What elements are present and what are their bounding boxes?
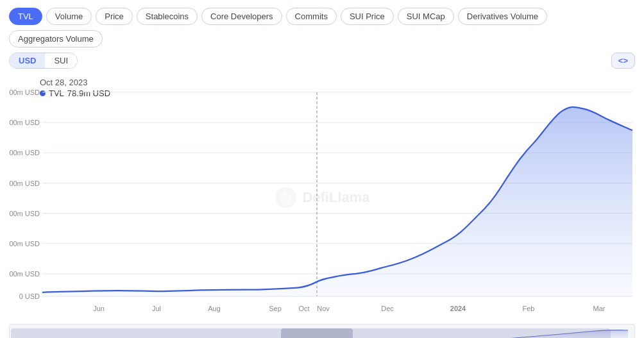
svg-text:0 USD: 0 USD — [19, 292, 40, 300]
svg-text:Aug: Aug — [208, 304, 221, 312]
svg-text:200m USD: 200m USD — [9, 240, 40, 248]
tab-aggregators-volume[interactable]: Aggregators Volume — [9, 30, 103, 47]
svg-text:Sep: Sep — [269, 304, 282, 312]
tab-price[interactable]: Price — [96, 8, 133, 25]
svg-text:400m USD: 400m USD — [9, 179, 40, 187]
tab-commits[interactable]: Commits — [286, 8, 337, 25]
svg-text:Nov: Nov — [317, 304, 330, 312]
currency-usd[interactable]: USD — [10, 53, 45, 68]
svg-text:500m USD: 500m USD — [9, 149, 40, 156]
chart-scrollbar[interactable] — [9, 324, 635, 338]
svg-text:300m USD: 300m USD — [9, 210, 40, 217]
svg-text:Jul: Jul — [152, 304, 161, 312]
tab-derivatives-volume[interactable]: Derivatives Volume — [458, 8, 547, 25]
svg-text:Feb: Feb — [523, 304, 535, 312]
tab-sui-price[interactable]: SUI Price — [341, 8, 394, 25]
svg-text:600m USD: 600m USD — [9, 119, 40, 126]
currency-sui[interactable]: SUI — [45, 53, 77, 68]
main-container: TVL Volume Price Stablecoins Core Develo… — [0, 0, 644, 338]
svg-text:Dec: Dec — [381, 304, 394, 312]
tab-row-2: Aggregators Volume — [9, 30, 635, 47]
svg-text:100m USD: 100m USD — [9, 270, 40, 278]
tab-core-developers[interactable]: Core Developers — [201, 8, 282, 25]
tab-tvl[interactable]: TVL — [9, 8, 42, 25]
tab-volume[interactable]: Volume — [46, 8, 92, 25]
embed-button[interactable]: <> — [611, 53, 635, 69]
svg-text:700m USD: 700m USD — [9, 89, 40, 96]
svg-text:Mar: Mar — [593, 304, 606, 312]
scrollbar-mini-chart-svg — [253, 328, 628, 338]
chart-svg-wrapper: 700m USD 600m USD 500m USD 400m USD 300m… — [9, 72, 635, 323]
tab-sui-mcap[interactable]: SUI MCap — [398, 8, 454, 25]
chart-svg: 700m USD 600m USD 500m USD 400m USD 300m… — [9, 72, 635, 323]
tab-row-1: TVL Volume Price Stablecoins Core Develo… — [9, 8, 635, 25]
svg-text:2024: 2024 — [450, 304, 466, 312]
svg-text:Jun: Jun — [93, 304, 105, 312]
svg-text:Oct: Oct — [298, 304, 310, 312]
currency-row: USD SUI <> — [9, 53, 635, 69]
currency-group: USD SUI — [9, 53, 78, 69]
chart-area: Oct 28, 2023 TVL 78.9m USD 700m USD — [9, 72, 635, 323]
tab-stablecoins[interactable]: Stablecoins — [137, 8, 198, 25]
